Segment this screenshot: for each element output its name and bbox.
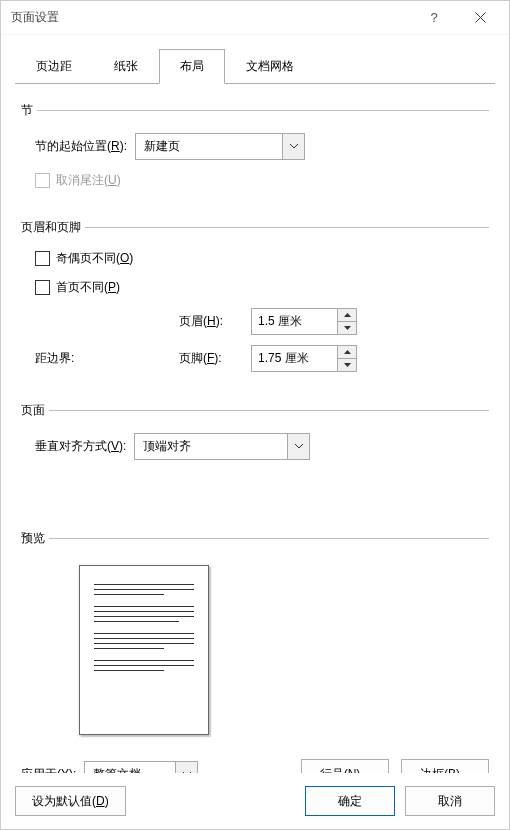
tab-layout[interactable]: 布局 xyxy=(159,49,225,84)
tabs: 页边距 纸张 布局 文档网格 xyxy=(15,49,495,83)
margin-label: 距边界: xyxy=(35,350,171,367)
section-title: 节 xyxy=(21,102,33,119)
line-numbers-button[interactable]: 行号(N)... xyxy=(301,759,389,773)
spin-up-icon[interactable] xyxy=(338,309,356,322)
checkbox-box xyxy=(35,280,50,295)
borders-button[interactable]: 边框(B)... xyxy=(401,759,489,773)
content-area: 页边距 纸张 布局 文档网格 节 节的起始位置(R): 新建页 xyxy=(1,35,509,773)
apply-to-label: 应用于(Y): xyxy=(21,766,76,774)
tab-margins[interactable]: 页边距 xyxy=(15,49,93,83)
page-title: 页面 xyxy=(21,402,45,419)
first-page-checkbox[interactable]: 首页不同(P) xyxy=(35,279,120,296)
valign-value: 顶端对齐 xyxy=(135,434,287,459)
chevron-down-icon xyxy=(282,134,304,159)
set-default-button[interactable]: 设为默认值(D) xyxy=(15,786,126,816)
header-distance-value: 1.5 厘米 xyxy=(252,309,337,334)
dialog-footer: 设为默认值(D) 确定 取消 xyxy=(1,773,509,829)
page-group: 页面 垂直对齐方式(V): 顶端对齐 xyxy=(21,402,489,472)
section-start-label: 节的起始位置(R): xyxy=(35,138,127,155)
footer-label: 页脚(F): xyxy=(179,350,243,367)
odd-even-checkbox[interactable]: 奇偶页不同(O) xyxy=(35,250,133,267)
page-setup-dialog: 页面设置 ? 页边距 纸张 布局 文档网格 节 节的起始位置 xyxy=(0,0,510,830)
help-button[interactable]: ? xyxy=(411,2,457,34)
spin-up-icon[interactable] xyxy=(338,346,356,359)
suppress-endnotes-checkbox: 取消尾注(U) xyxy=(35,172,121,189)
section-start-value: 新建页 xyxy=(136,134,282,159)
chevron-down-icon xyxy=(175,762,197,774)
header-label: 页眉(H): xyxy=(179,313,243,330)
layout-panel: 节 节的起始位置(R): 新建页 取消尾注(U) xyxy=(15,84,495,773)
apply-to-value: 整篇文档 xyxy=(85,762,175,774)
page-preview xyxy=(79,565,209,735)
footer-distance-value: 1.75 厘米 xyxy=(252,346,337,371)
chevron-down-icon xyxy=(287,434,309,459)
spin-down-icon[interactable] xyxy=(338,322,356,334)
apply-to-combo[interactable]: 整篇文档 xyxy=(84,761,198,774)
tab-grid[interactable]: 文档网格 xyxy=(225,49,315,83)
hf-title: 页眉和页脚 xyxy=(21,219,81,236)
section-group: 节 节的起始位置(R): 新建页 取消尾注(U) xyxy=(21,102,489,201)
preview-title: 预览 xyxy=(21,530,45,547)
window-title: 页面设置 xyxy=(11,9,411,26)
cancel-button[interactable]: 取消 xyxy=(405,786,495,816)
checkbox-box xyxy=(35,173,50,188)
valign-label: 垂直对齐方式(V): xyxy=(35,438,126,455)
apply-row: 应用于(Y): 整篇文档 行号(N)... 边框(B)... xyxy=(21,759,489,773)
section-start-combo[interactable]: 新建页 xyxy=(135,133,305,160)
checkbox-box xyxy=(35,251,50,266)
titlebar: 页面设置 ? xyxy=(1,1,509,35)
headers-footers-group: 页眉和页脚 奇偶页不同(O) 首页不同(P) xyxy=(21,219,489,384)
tab-paper[interactable]: 纸张 xyxy=(93,49,159,83)
footer-distance-spinner[interactable]: 1.75 厘米 xyxy=(251,345,357,372)
preview-group: 预览 xyxy=(21,530,489,735)
close-button[interactable] xyxy=(457,2,503,34)
valign-combo[interactable]: 顶端对齐 xyxy=(134,433,310,460)
close-icon xyxy=(475,12,486,23)
header-distance-spinner[interactable]: 1.5 厘米 xyxy=(251,308,357,335)
ok-button[interactable]: 确定 xyxy=(305,786,395,816)
spin-down-icon[interactable] xyxy=(338,359,356,371)
